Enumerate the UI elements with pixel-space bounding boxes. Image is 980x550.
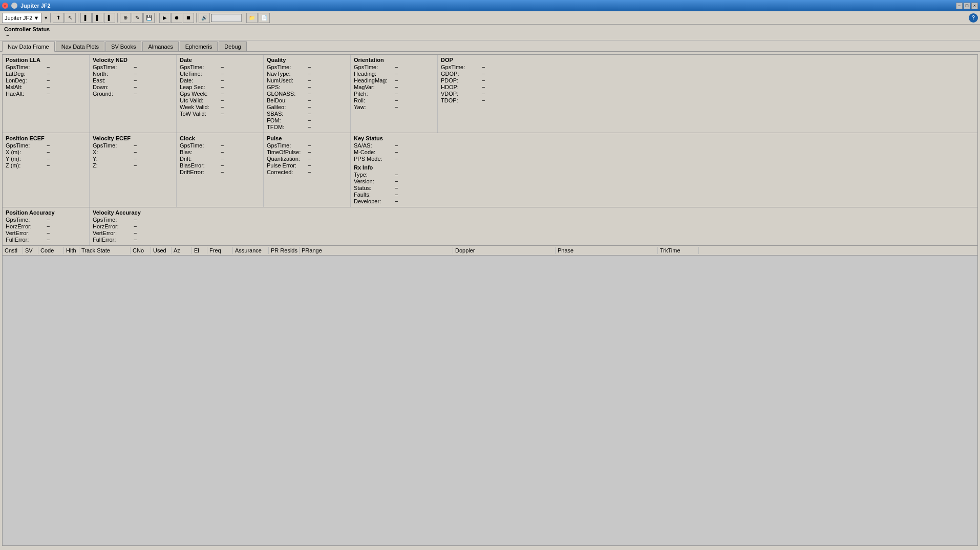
window-close-button[interactable]: × bbox=[971, 3, 978, 9]
orientation-yaw: Yaw: − bbox=[354, 104, 434, 110]
rx-info-title: Rx Info bbox=[354, 164, 512, 171]
dropdown-arrow-btn[interactable]: ▼ bbox=[44, 15, 48, 20]
velocity-accuracy-panel: Velocity Accuracy GpsTime: − HorzError: … bbox=[90, 207, 177, 245]
vel-ned-north: North: − bbox=[93, 71, 173, 77]
minimize-button[interactable]: − bbox=[956, 3, 963, 9]
table-body bbox=[3, 256, 977, 545]
date-utctime: UtcTime: − bbox=[180, 71, 260, 77]
dop-vdop: VDOP: − bbox=[441, 91, 517, 97]
orientation-heading: Heading: − bbox=[354, 71, 434, 77]
vel-acc-title: Velocity Accuracy bbox=[93, 209, 174, 216]
satellite-table: Cnstl SV Code Hlth Track State CNo Used … bbox=[2, 246, 978, 546]
date-title: Date bbox=[180, 57, 260, 63]
velacc-verterror: VertError: − bbox=[93, 230, 174, 236]
velacc-horzerror: HorzError: − bbox=[93, 223, 174, 229]
close-button[interactable]: × bbox=[2, 3, 8, 9]
pos-acc-title: Position Accuracy bbox=[6, 209, 86, 216]
quality-beidou: BeiDou: − bbox=[267, 97, 347, 103]
dop-tdop: TDOP: − bbox=[441, 97, 517, 103]
tab-nav-data-plots[interactable]: Nav Data Plots bbox=[56, 41, 104, 51]
controller-status-value: − bbox=[6, 32, 9, 38]
pulse-gpstime: GpsTime: − bbox=[267, 142, 347, 149]
orientation-title: Orientation bbox=[354, 57, 434, 63]
title-bar-left: × Jupiter JF2 bbox=[2, 3, 51, 9]
orientation-gpstime: GpsTime: − bbox=[354, 64, 434, 70]
col-header-el: El bbox=[192, 247, 207, 254]
panel-row3-filler bbox=[177, 207, 977, 245]
help-button[interactable]: ? bbox=[969, 13, 978, 23]
col-header-used: Used bbox=[151, 247, 172, 254]
vel-ned-down: Down: − bbox=[93, 84, 173, 90]
maximize-button[interactable]: □ bbox=[964, 3, 970, 9]
table-header-row: Cnstl SV Code Hlth Track State CNo Used … bbox=[3, 246, 977, 256]
ecef-gpstime: GpsTime: − bbox=[6, 142, 86, 149]
date-panel: Date GpsTime: − UtcTime: − Date: − Leap … bbox=[177, 55, 264, 133]
toolbar: Jupiter JF2 ▼ ▼ ⬆ ↖ ▌ ▌ ▌ ⊕ ✎ 💾 ▶ ⏺ ⏹ 🔊 … bbox=[0, 11, 980, 25]
controller-status-bar: Controller Status − bbox=[0, 25, 980, 40]
toolbar-separator-6 bbox=[244, 13, 244, 23]
bar-v1-button[interactable]: ▌ bbox=[80, 13, 92, 23]
orientation-panel: Orientation GpsTime: − Heading: − Headin… bbox=[351, 55, 438, 133]
cursor-tool-button[interactable]: ⬆ bbox=[53, 13, 64, 23]
date-gpsweek: Gps Week: − bbox=[180, 91, 260, 97]
clock-panel: Clock GpsTime: − Bias: − Drift: − BiasEr… bbox=[177, 133, 264, 207]
folder-button[interactable]: 📁 bbox=[246, 13, 258, 23]
date-gpstime: GpsTime: − bbox=[180, 64, 260, 70]
connect-button[interactable]: ⊕ bbox=[120, 13, 131, 23]
bar-v2-button[interactable]: ▌ bbox=[92, 13, 103, 23]
pos-lla-mslalt: MslAlt: − bbox=[6, 84, 86, 90]
dop-gpstime: GpsTime: − bbox=[441, 64, 517, 70]
col-header-code: Code bbox=[38, 247, 64, 254]
rx-info-sub-panel: Rx Info Type: − Version: − Status: − Fau… bbox=[354, 164, 512, 205]
bar-v3-button[interactable]: ▌ bbox=[104, 13, 115, 23]
panels-row-2: Position ECEF GpsTime: − X (m): − Y (m):… bbox=[2, 133, 978, 207]
tab-sv-books[interactable]: SV Books bbox=[105, 41, 141, 51]
vecef-x: X: − bbox=[93, 149, 173, 155]
position-ecef-title: Position ECEF bbox=[6, 135, 86, 141]
tab-almanacs[interactable]: Almanacs bbox=[142, 41, 178, 51]
rxinfo-version: Version: − bbox=[354, 178, 512, 184]
toolbar-separator-1 bbox=[50, 13, 51, 23]
toolbar-separator-5 bbox=[196, 13, 197, 23]
pulse-panel: Pulse GpsTime: − TimeOfPulse: − Quantiza… bbox=[264, 133, 351, 207]
quality-tfom: TFOM: − bbox=[267, 124, 347, 130]
col-header-prange: PRange bbox=[300, 247, 453, 254]
tab-nav-data-frame[interactable]: Nav Data Frame bbox=[2, 41, 55, 52]
keystatus-ppsmode: PPS Mode: − bbox=[354, 156, 512, 162]
save-button[interactable]: 💾 bbox=[143, 13, 155, 23]
pulse-quantization: Quantization: − bbox=[267, 156, 347, 162]
date-date: Date: − bbox=[180, 77, 260, 83]
device-selector[interactable]: Jupiter JF2 ▼ bbox=[2, 13, 41, 23]
stop-button[interactable]: ⏹ bbox=[183, 13, 194, 23]
clock-drift: Drift: − bbox=[180, 156, 260, 162]
velacc-gpstime: GpsTime: − bbox=[93, 217, 174, 223]
dop-hdop: HDOP: − bbox=[441, 84, 517, 90]
toolbar-group-2: ▌ ▌ ▌ bbox=[80, 13, 115, 23]
pulse-timeofpulse: TimeOfPulse: − bbox=[267, 149, 347, 155]
edit-button[interactable]: ✎ bbox=[132, 13, 143, 23]
vecef-gpstime: GpsTime: − bbox=[93, 142, 173, 149]
quality-glonass: GLONASS: − bbox=[267, 91, 347, 97]
col-header-pr-resids: PR Resids bbox=[269, 247, 300, 254]
key-status-rx-info-panel: Key Status SA/AS: − M-Code: − PPS Mode: … bbox=[351, 133, 515, 207]
velocity-ned-panel: Velocity NED GpsTime: − North: − East: −… bbox=[90, 55, 177, 133]
rxinfo-status: Status: − bbox=[354, 185, 512, 191]
col-header-az: Az bbox=[172, 247, 192, 254]
col-header-freq: Freq bbox=[207, 247, 233, 254]
key-status-sub-panel: Key Status SA/AS: − M-Code: − PPS Mode: … bbox=[354, 135, 512, 162]
ecef-z: Z (m): − bbox=[6, 162, 86, 168]
volume-slider[interactable] bbox=[211, 14, 242, 22]
pulse-error: Pulse Error: − bbox=[267, 162, 347, 168]
velacc-fullerror: FullError: − bbox=[93, 237, 174, 243]
tab-ephemeris[interactable]: Ephemeris bbox=[180, 41, 218, 51]
tab-debug[interactable]: Debug bbox=[219, 41, 246, 51]
play-button[interactable]: ▶ bbox=[159, 13, 171, 23]
record-button[interactable]: ⏺ bbox=[171, 13, 182, 23]
position-accuracy-panel: Position Accuracy GpsTime: − HorzError: … bbox=[3, 207, 90, 245]
orientation-magvar: MagVar: − bbox=[354, 84, 434, 90]
posacc-verterror: VertError: − bbox=[6, 230, 86, 236]
document-button[interactable]: 📄 bbox=[259, 13, 270, 23]
pointer-tool-button[interactable]: ↖ bbox=[65, 13, 76, 23]
dop-panel: DOP GpsTime: − GDOP: − PDOP: − HDOP: − V… bbox=[438, 55, 520, 133]
pos-lla-gpstime: GpsTime: − bbox=[6, 64, 86, 70]
